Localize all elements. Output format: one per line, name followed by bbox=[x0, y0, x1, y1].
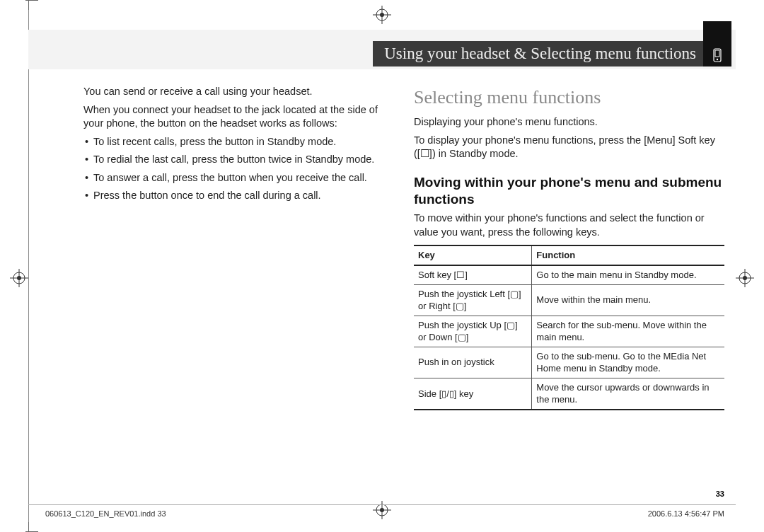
list-item: Press the button once to end the call du… bbox=[83, 189, 394, 203]
table-cell: Push the joystick Left [▢] or Right [▢] bbox=[414, 284, 532, 316]
footer-timestamp: 2006.6.13 4:56:47 PM bbox=[648, 509, 724, 518]
table-cell: Go to the sub-menu. Go to the MEdia Net … bbox=[532, 347, 724, 378]
right-column: Selecting menu functions Displaying your… bbox=[414, 85, 724, 490]
registration-mark-icon bbox=[373, 501, 391, 519]
list-item: To answer a call, press the button when … bbox=[83, 171, 394, 185]
crop-mark bbox=[25, 0, 38, 10]
table-header: Function bbox=[532, 245, 724, 265]
subsection-title: Moving within your phone's menu and subm… bbox=[414, 174, 724, 208]
trim-line bbox=[28, 0, 29, 532]
table-row: Push the joystick Left [▢] or Right [▢] … bbox=[414, 284, 724, 316]
content: You can send or receive a call using you… bbox=[83, 85, 724, 490]
table-cell: Push in on joystick bbox=[414, 347, 532, 378]
page: Using your headset & Selecting menu func… bbox=[0, 0, 764, 532]
crop-mark bbox=[25, 522, 38, 532]
footer-rule bbox=[28, 504, 736, 505]
table-cell: Go to the main menu in Standby mode. bbox=[532, 265, 724, 284]
list-item: To list recent calls, press the button i… bbox=[83, 135, 394, 149]
footer-filename: 060613_C120_EN_REV01.indd 33 bbox=[45, 509, 166, 518]
section-title: Selecting menu functions bbox=[414, 85, 724, 110]
table-cell: Move within the main menu. bbox=[532, 284, 724, 316]
table-row: Soft key [☐] Go to the main menu in Stan… bbox=[414, 265, 724, 284]
paragraph: When you connect your headset to the jac… bbox=[83, 103, 394, 131]
table-cell: Soft key [☐] bbox=[414, 265, 532, 284]
registration-mark-icon bbox=[10, 269, 28, 287]
header-tab-icon bbox=[703, 21, 731, 66]
svg-rect-17 bbox=[715, 50, 719, 57]
page-title: Using your headset & Selecting menu func… bbox=[373, 41, 731, 66]
table-cell: Move the cursor upwards or downwards in … bbox=[532, 378, 724, 410]
table-row: Push in on joystick Go to the sub-menu. … bbox=[414, 347, 724, 378]
table-cell: Push the joystick Up [▢] or Down [▢] bbox=[414, 316, 532, 347]
table-header: Key bbox=[414, 245, 532, 265]
bullet-list: To list recent calls, press the button i… bbox=[83, 135, 394, 203]
registration-mark-icon bbox=[373, 6, 391, 24]
paragraph: To display your phone's menu functions, … bbox=[414, 134, 724, 161]
key-function-table: Key Function Soft key [☐] Go to the main… bbox=[414, 245, 724, 410]
list-item: To redial the last call, press the butto… bbox=[83, 153, 394, 167]
left-column: You can send or receive a call using you… bbox=[83, 85, 394, 490]
paragraph: You can send or receive a call using you… bbox=[83, 85, 394, 99]
paragraph: Displaying your phone's menu functions. bbox=[414, 115, 724, 129]
table-row: Side [▯/▯] key Move the cursor upwards o… bbox=[414, 378, 724, 410]
table-cell: Side [▯/▯] key bbox=[414, 378, 532, 410]
registration-mark-icon bbox=[736, 269, 754, 287]
svg-point-18 bbox=[717, 59, 718, 60]
paragraph: To move within your phone's functions an… bbox=[414, 212, 724, 239]
table-cell: Search for the sub-menu. Move within the… bbox=[532, 316, 724, 347]
table-row: Push the joystick Up [▢] or Down [▢] Sea… bbox=[414, 316, 724, 347]
page-number: 33 bbox=[716, 490, 724, 498]
